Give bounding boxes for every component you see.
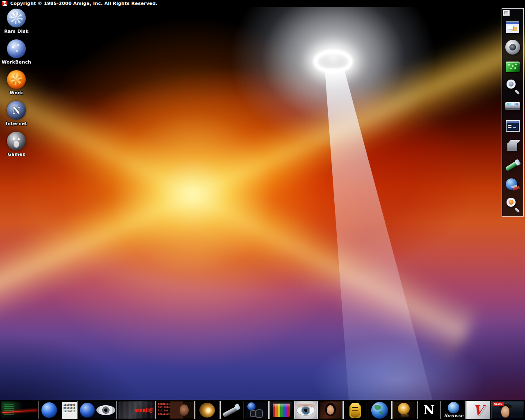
- dock-tile-earth-binary[interactable]: 10100101 01111010 10110010: [40, 401, 78, 419]
- wallpaper-light-ring: [313, 49, 353, 74]
- ram-disk-icon: [7, 9, 26, 27]
- workbench-screen: Copyright © 1985-2000 Amiga, Inc. All Ri…: [0, 0, 525, 420]
- desktop-icon-work[interactable]: Work: [2, 70, 31, 96]
- dock-button-cube[interactable]: [502, 136, 523, 155]
- shell-icon: [504, 118, 521, 134]
- speaker-icon: [504, 39, 521, 55]
- work-icon: [7, 70, 26, 89]
- right-dock-panel: [502, 8, 524, 217]
- magnifier-icon: [504, 78, 521, 95]
- dock-tile-globe[interactable]: [368, 401, 392, 419]
- dock-tile-text: 10100101 01111010 10110010: [62, 402, 77, 419]
- wallpaper-ring-halo: [231, 7, 436, 148]
- internet-icon: [7, 101, 26, 120]
- scanner-icon: [504, 98, 521, 114]
- dock-tile-jukebox[interactable]: [269, 401, 293, 419]
- dock-button-magnifier[interactable]: [502, 77, 523, 96]
- dock-tile-woman[interactable]: [319, 401, 342, 419]
- magnifier-orange-icon: [504, 196, 521, 213]
- dock-tile-email[interactable]: email@: [118, 401, 156, 419]
- dock-minimize-gadget[interactable]: [503, 10, 510, 16]
- globe-tools-icon: [504, 177, 521, 193]
- desktop-icon-label: Ram Disk: [4, 29, 29, 34]
- dock-button-flashlight[interactable]: [502, 155, 523, 175]
- dock-tile-text: ibrowse: [442, 413, 465, 418]
- dock-tile-text: V: [467, 402, 490, 419]
- games-icon: [7, 132, 26, 151]
- desktop-icon-ram-disk[interactable]: Ram Disk: [2, 9, 31, 34]
- dock-tile-earth-eye[interactable]: [79, 401, 117, 419]
- amiga-logo-icon: [2, 1, 7, 6]
- dock-tile-laser[interactable]: [1, 401, 39, 419]
- desktop-icon-label: Work: [10, 90, 23, 96]
- dock-button-notes[interactable]: [502, 57, 523, 77]
- dock-tile-text: NEWS: [493, 402, 504, 406]
- desktop-icon-column: Ram DiskWorkBenchWorkInternetGames: [2, 9, 31, 157]
- dock-tile-text: 10100101 10111010 01110011 10110100: [158, 402, 170, 415]
- desktop-icon-label: Internet: [6, 121, 27, 126]
- screen-titlebar[interactable]: Copyright © 1985-2000 Amiga, Inc. All Ri…: [0, 0, 525, 7]
- dock-tile-flashlight[interactable]: [220, 401, 244, 419]
- dock-tile-news[interactable]: NEWS: [491, 401, 524, 419]
- desktop-icon-internet[interactable]: Internet: [2, 101, 31, 126]
- dock-tile-text: email@: [135, 407, 154, 413]
- dock-tile-binoculars[interactable]: [245, 401, 269, 419]
- dock-tile-binary-face[interactable]: 10100101 10111010 01110011 10110100: [157, 401, 195, 419]
- window-icon: [504, 19, 521, 36]
- dock-tile-pharaoh[interactable]: [343, 401, 367, 419]
- dock-tile-ibrowse[interactable]: ibrowse: [442, 401, 466, 419]
- dock-tile-netscape[interactable]: N: [417, 401, 441, 419]
- dock-tile-text: N: [418, 402, 441, 418]
- desktop-icon-label: WorkBench: [2, 59, 31, 65]
- dock-tile-nautilus[interactable]: [196, 401, 219, 419]
- notes-icon: [504, 59, 521, 75]
- right-dock-items: [502, 18, 523, 215]
- bottom-dock: 10100101 01111010 10110010email@10100101…: [0, 400, 525, 420]
- dock-tile-gramophone[interactable]: [393, 401, 416, 419]
- desktop-icon-label: Games: [8, 152, 25, 157]
- dock-tile-voyager[interactable]: V: [466, 401, 490, 419]
- desktop: Ram DiskWorkBenchWorkInternetGames: [0, 7, 525, 420]
- dock-button-magnifier-orange[interactable]: [502, 195, 523, 215]
- titlebar-text: Copyright © 1985-2000 Amiga, Inc. All Ri…: [10, 1, 158, 6]
- flashlight-icon: [504, 157, 521, 173]
- dock-button-scanner[interactable]: [502, 96, 523, 116]
- dock-button-speaker[interactable]: [502, 37, 523, 57]
- desktop-icon-workbench[interactable]: WorkBench: [2, 39, 31, 65]
- desktop-icon-games[interactable]: Games: [2, 132, 31, 157]
- dock-button-window[interactable]: [502, 18, 523, 37]
- cube-icon: [504, 137, 521, 154]
- dock-button-globe-tools[interactable]: [502, 175, 523, 195]
- dock-tile-eye[interactable]: [294, 401, 318, 419]
- dock-button-shell[interactable]: [502, 116, 523, 136]
- workbench-icon: [7, 39, 26, 58]
